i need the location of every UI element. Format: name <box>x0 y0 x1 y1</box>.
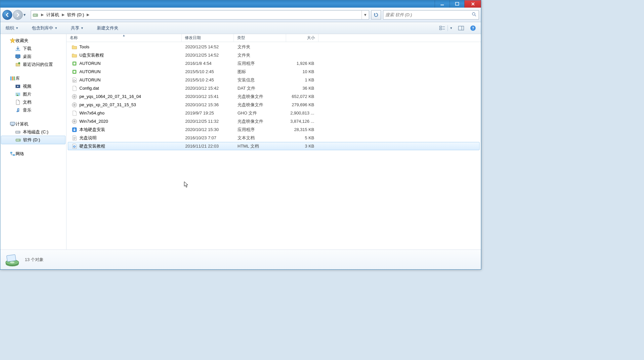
file-row[interactable]: 本地硬盘安装2020/10/12 15:30应用程序28,315 KB <box>68 125 480 134</box>
nav-downloads[interactable]: 下载 <box>0 45 66 53</box>
nav-label: 音乐 <box>23 107 31 113</box>
nav-pictures[interactable]: 图片 <box>0 90 66 98</box>
history-dropdown[interactable]: ▾ <box>23 12 29 17</box>
file-row[interactable]: U盘安装教程2020/12/25 14:52文件夹 <box>68 51 480 59</box>
svg-point-40 <box>74 96 75 97</box>
svg-rect-10 <box>458 26 464 30</box>
maximize-button[interactable] <box>450 0 464 8</box>
music-icon <box>15 107 21 113</box>
file-row[interactable]: AUTORUN2015/5/10 2:45图标10 KB <box>68 68 480 76</box>
svg-rect-6 <box>440 26 442 27</box>
column-date[interactable]: 修改日期 <box>182 34 234 42</box>
close-button[interactable] <box>464 0 481 8</box>
view-mode-dropdown[interactable]: ▼ <box>449 24 454 32</box>
nav-label: 下载 <box>23 46 31 52</box>
nav-network[interactable]: 网络 <box>0 150 66 158</box>
file-row[interactable]: 硬盘安装教程2016/11/21 22:03HTML 文档3 KB <box>68 142 480 150</box>
file-row[interactable]: Tools2020/12/25 14:52文件夹 <box>68 43 480 51</box>
share-menu[interactable]: 共享 ▼ <box>69 24 86 32</box>
file-icon <box>71 102 77 108</box>
file-name: 光盘说明 <box>79 135 97 141</box>
forward-button[interactable] <box>13 10 23 20</box>
column-headers: 名称 ▲ 修改日期 类型 大小 <box>66 34 481 42</box>
drive-icon <box>15 137 21 143</box>
file-row[interactable]: AUTORUN2016/1/8 4:54应用程序1,926 KB <box>68 59 480 68</box>
desktop-icon <box>15 54 21 60</box>
svg-rect-38 <box>75 80 76 81</box>
file-row[interactable]: AUTORUN2015/5/10 2:45安装信息1 KB <box>68 76 480 84</box>
nav-documents[interactable]: 文档 <box>0 98 66 106</box>
file-type: 文件夹 <box>234 44 286 50</box>
file-date: 2020/12/25 11:32 <box>182 119 234 124</box>
search-input[interactable] <box>385 12 471 17</box>
svg-rect-32 <box>13 154 15 156</box>
include-library-menu[interactable]: 包含到库中 ▼ <box>30 24 60 32</box>
chevron-down-icon: ▼ <box>16 26 19 30</box>
file-icon <box>71 44 77 50</box>
share-label: 共享 <box>71 25 79 31</box>
nav-local-c[interactable]: 本地磁盘 (C:) <box>0 128 66 136</box>
file-icon <box>71 143 77 149</box>
nav-libraries[interactable]: 库 <box>0 74 66 82</box>
breadcrumb-drive[interactable]: 软件 (D:) <box>66 11 85 19</box>
refresh-button[interactable] <box>371 10 381 20</box>
file-type: 文本文档 <box>234 135 286 141</box>
file-type: 文件夹 <box>234 52 286 58</box>
svg-rect-0 <box>441 5 444 5</box>
svg-line-5 <box>475 15 476 16</box>
view-mode-button[interactable] <box>438 24 447 32</box>
address-dropdown[interactable]: ▾ <box>362 11 369 19</box>
organize-menu[interactable]: 组织 ▼ <box>4 24 21 32</box>
minimize-button[interactable] <box>435 0 450 8</box>
nav-computer[interactable]: 计算机 <box>0 120 66 128</box>
svg-rect-1 <box>455 2 459 5</box>
nav-favorites[interactable]: 收藏夹 <box>0 37 66 45</box>
svg-rect-7 <box>440 28 442 30</box>
file-size: 5 KB <box>286 135 318 140</box>
chevron-down-icon: ▼ <box>81 26 84 30</box>
chevron-right-icon[interactable]: ▶ <box>40 13 45 17</box>
nav-label: 库 <box>16 75 20 81</box>
content-pane: 名称 ▲ 修改日期 类型 大小 Tools2020/12/25 14:52文件夹… <box>66 34 481 249</box>
svg-rect-14 <box>16 50 20 51</box>
new-folder-label: 新建文件夹 <box>97 25 118 31</box>
file-icon <box>71 135 77 141</box>
search-box[interactable] <box>383 10 479 20</box>
svg-point-24 <box>17 94 18 95</box>
nav-label: 最近访问的位置 <box>23 62 53 68</box>
star-icon <box>10 38 16 44</box>
file-list[interactable]: Tools2020/12/25 14:52文件夹U盘安装教程2020/12/25… <box>66 42 481 249</box>
back-button[interactable] <box>2 10 12 20</box>
column-size[interactable]: 大小 <box>286 34 319 42</box>
file-size: 279,696 KB <box>286 102 318 107</box>
column-type[interactable]: 类型 <box>234 34 286 42</box>
nav-label: 计算机 <box>16 121 28 127</box>
file-row[interactable]: Win7x64.gho2019/9/7 19:25GHO 文件2,900,813… <box>68 109 480 117</box>
nav-recent[interactable]: 最近访问的位置 <box>0 61 66 68</box>
file-row[interactable]: pe_yqs_xp_20_07_31_15_532020/10/12 15:36… <box>68 101 480 109</box>
preview-pane-button[interactable] <box>456 24 466 32</box>
chevron-right-icon[interactable]: ▶ <box>61 13 66 17</box>
file-type: HTML 文档 <box>234 143 286 149</box>
svg-point-52 <box>10 261 15 263</box>
svg-rect-15 <box>16 55 20 58</box>
nav-drive-d[interactable]: 软件 (D:) <box>1 136 65 144</box>
new-folder-button[interactable]: 新建文件夹 <box>95 24 120 32</box>
chevron-right-icon[interactable]: ▶ <box>85 13 91 17</box>
breadcrumb-computer[interactable]: 计算机 <box>45 11 61 19</box>
nav-desktop[interactable]: 桌面 <box>0 53 66 61</box>
drive-icon <box>32 12 38 18</box>
file-row[interactable]: Config.dat2020/10/12 15:42DAT 文件36 KB <box>68 84 480 92</box>
address-bar[interactable]: ▶ 计算机 ▶ 软件 (D:) ▶ ▾ <box>31 10 369 20</box>
file-row[interactable]: 光盘说明2016/10/23 7:07文本文档5 KB <box>68 134 480 142</box>
nav-videos[interactable]: 视频 <box>0 82 66 90</box>
status-text: 13 个对象 <box>25 257 44 263</box>
help-button[interactable]: ? <box>468 24 478 32</box>
file-size: 10 KB <box>286 69 318 74</box>
column-name[interactable]: 名称 ▲ <box>66 34 182 42</box>
picture-icon <box>15 91 21 97</box>
file-row[interactable]: Win7x64_20202020/12/25 11:32光盘映像文件3,874,… <box>68 117 480 125</box>
nav-music[interactable]: 音乐 <box>0 106 66 114</box>
file-row[interactable]: pe_yqs_1064_20_07_31_16_042020/10/12 15:… <box>68 92 480 101</box>
command-bar: 组织 ▼ 包含到库中 ▼ 共享 ▼ 新建文件夹 ▼ <box>0 22 481 34</box>
